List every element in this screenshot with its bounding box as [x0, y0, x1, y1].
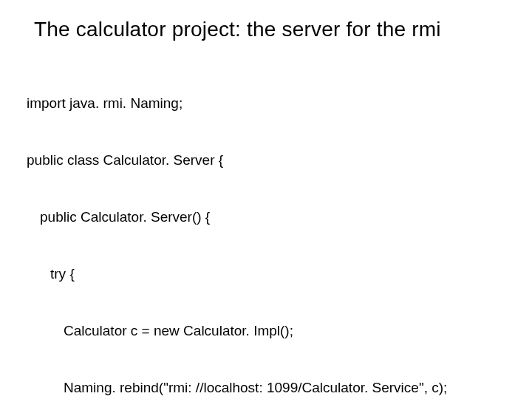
code-line: Calculator c = new Calculator. Impl();: [27, 321, 505, 341]
code-line: import java. rmi. Naming;: [27, 94, 505, 113]
code-line: public class Calculator. Server {: [27, 151, 505, 170]
code-line: Naming. rebind("rmi: //localhost: 1099/C…: [27, 378, 505, 398]
code-line: try {: [27, 265, 505, 284]
code-block: import java. rmi. Naming; public class C…: [27, 56, 505, 399]
code-line: public Calculator. Server() {: [27, 208, 505, 227]
slide-title: The calculator project: the server for t…: [34, 18, 505, 41]
